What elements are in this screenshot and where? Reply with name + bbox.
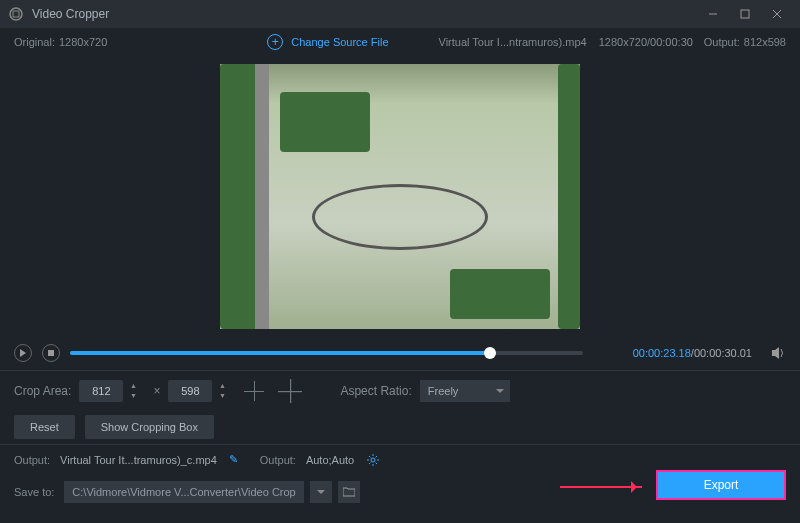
close-button[interactable] (762, 4, 792, 24)
preview-area (0, 56, 800, 336)
crop-height-input[interactable] (168, 380, 212, 402)
svg-rect-7 (48, 350, 54, 356)
aspect-ratio-label: Aspect Ratio: (340, 384, 411, 398)
save-path: C:\Vidmore\Vidmore V...Converter\Video C… (64, 481, 303, 503)
height-down[interactable]: ▼ (216, 391, 228, 401)
output-filename: Virtual Tour It...tramuros)_c.mp4 (60, 454, 217, 466)
crop-width-input[interactable] (79, 380, 123, 402)
svg-rect-1 (13, 11, 19, 17)
save-row: Save to: C:\Vidmore\Vidmore V...Converte… (0, 474, 800, 510)
stop-button[interactable] (42, 344, 60, 362)
info-row: Original: 1280x720 + Change Source File … (0, 28, 800, 56)
source-filename: Virtual Tour I...ntramuros).mp4 (439, 36, 587, 48)
output-label: Output: (704, 36, 740, 48)
annotation-arrow (560, 486, 642, 488)
crop-area-label: Crop Area: (14, 384, 71, 398)
show-cropping-box-button[interactable]: Show Cropping Box (85, 415, 214, 439)
settings-icon[interactable] (366, 453, 380, 467)
svg-rect-3 (741, 10, 749, 18)
svg-point-9 (371, 458, 375, 462)
svg-marker-8 (772, 347, 779, 359)
maximize-button[interactable] (730, 4, 760, 24)
volume-icon[interactable] (770, 345, 786, 361)
button-row: Reset Show Cropping Box (0, 410, 800, 444)
output-dimensions: 812x598 (744, 36, 786, 48)
svg-point-0 (10, 8, 22, 20)
source-meta: 1280x720/00:00:30 (599, 36, 693, 48)
center-crop-button[interactable] (242, 379, 266, 403)
change-source-label: Change Source File (291, 36, 388, 48)
export-button[interactable]: Export (656, 470, 786, 500)
aspect-ratio-select[interactable]: Freely (420, 380, 510, 402)
play-button[interactable] (14, 344, 32, 362)
app-title: Video Cropper (32, 7, 698, 21)
reticle-button[interactable] (276, 376, 305, 405)
reset-button[interactable]: Reset (14, 415, 75, 439)
app-icon (8, 6, 24, 22)
height-up[interactable]: ▲ (216, 381, 228, 391)
original-dimensions: 1280x720 (59, 36, 107, 48)
path-dropdown[interactable] (310, 481, 332, 503)
save-to-label: Save to: (14, 486, 54, 498)
title-bar: Video Cropper (0, 0, 800, 28)
minimize-button[interactable] (698, 4, 728, 24)
original-label: Original: (14, 36, 55, 48)
width-down[interactable]: ▼ (127, 391, 139, 401)
video-preview[interactable] (220, 64, 580, 329)
open-folder-button[interactable] (338, 481, 360, 503)
times-symbol: × (153, 384, 160, 398)
current-time: 00:00:23.18 (633, 347, 691, 359)
seek-progress (70, 351, 490, 355)
plus-circle-icon: + (267, 34, 283, 50)
edit-filename-icon[interactable]: ✎ (229, 453, 238, 466)
output-preset-label: Output: (260, 454, 296, 466)
change-source-button[interactable]: + Change Source File (267, 34, 388, 50)
width-up[interactable]: ▲ (127, 381, 139, 391)
timeline-row: 00:00:23.18/00:00:30.01 (0, 336, 800, 370)
output-preset: Auto;Auto (306, 454, 354, 466)
timecode: 00:00:23.18/00:00:30.01 (633, 347, 752, 359)
svg-marker-6 (20, 349, 26, 357)
crop-controls: Crop Area: ▲▼ × ▲▼ Aspect Ratio: Freely (0, 370, 800, 410)
seek-track[interactable] (70, 351, 583, 355)
total-time: 00:00:30.01 (694, 347, 752, 359)
output-file-label: Output: (14, 454, 50, 466)
seek-knob[interactable] (484, 347, 496, 359)
